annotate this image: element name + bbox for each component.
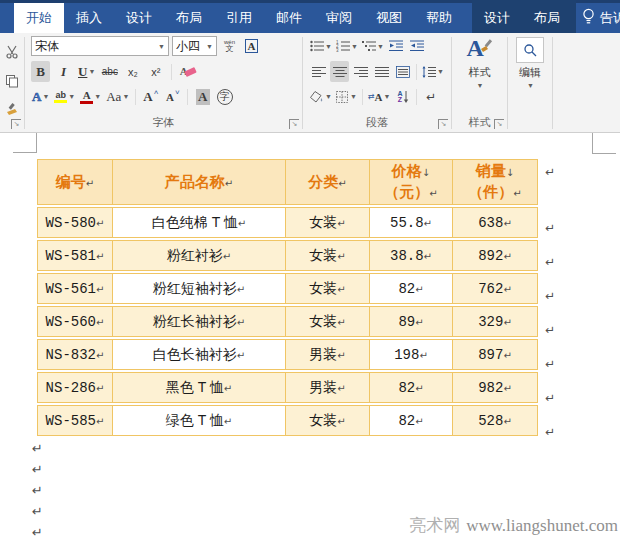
font-size-select[interactable]: 小四▼ bbox=[172, 36, 217, 56]
align-right-button[interactable] bbox=[351, 61, 370, 82]
table-cell[interactable]: 982↵ bbox=[453, 372, 538, 403]
table-cell[interactable]: 男装↵ bbox=[286, 372, 370, 403]
font-name-select[interactable]: 宋体▼ bbox=[31, 36, 169, 56]
line-spacing-button[interactable]: ▼ bbox=[421, 61, 445, 82]
table-cell[interactable]: NS-286↵ bbox=[37, 372, 113, 403]
table-cell[interactable]: 897↵ bbox=[453, 339, 538, 370]
editing-button[interactable]: 编辑 ▼ bbox=[508, 37, 552, 89]
cut-button[interactable] bbox=[3, 41, 22, 62]
tab-审阅[interactable]: 审阅 bbox=[314, 3, 364, 33]
tab-设计[interactable]: 设计 bbox=[114, 3, 164, 33]
table-cell[interactable]: 白色纯棉 T 恤↵ bbox=[113, 207, 286, 238]
header-cell[interactable]: 产品名称↵ bbox=[113, 159, 286, 205]
italic-button[interactable]: I bbox=[54, 61, 73, 82]
underline-button[interactable]: U▼ bbox=[77, 61, 96, 82]
header-cell[interactable]: 价格↓（元）↵ bbox=[370, 159, 453, 205]
numbering-button[interactable]: 123▼ bbox=[335, 36, 359, 57]
tab-帮助[interactable]: 帮助 bbox=[414, 3, 464, 33]
align-center-button[interactable] bbox=[330, 61, 349, 82]
table-cell[interactable]: NS-832↵ bbox=[37, 339, 113, 370]
tab-视图[interactable]: 视图 bbox=[364, 3, 414, 33]
table-cell[interactable]: 黑色 T 恤↵ bbox=[113, 372, 286, 403]
enclose-characters-button[interactable]: 字 bbox=[215, 86, 234, 107]
line-spacing-icon bbox=[422, 66, 436, 78]
asian-layout-button[interactable]: ⇄A▼ bbox=[367, 86, 392, 107]
bold-button[interactable]: B bbox=[31, 61, 50, 82]
tab-引用[interactable]: 引用 bbox=[214, 3, 264, 33]
justify-button[interactable] bbox=[372, 61, 391, 82]
table-cell[interactable]: 女装↵ bbox=[286, 240, 370, 271]
table-cell[interactable]: 粉红长袖衬衫↵ bbox=[113, 306, 286, 337]
header-cell[interactable]: 销量↓（件）↵ bbox=[453, 159, 538, 205]
chevron-down-icon: ▼ bbox=[158, 43, 165, 50]
change-case-button[interactable]: Aa▼ bbox=[105, 86, 130, 107]
shrink-font-button[interactable]: A˅ bbox=[163, 86, 182, 107]
table-cell[interactable]: WS-561↵ bbox=[37, 273, 113, 304]
table-cell[interactable]: 女装↵ bbox=[286, 405, 370, 436]
contextual-tab-设计[interactable]: 设计 bbox=[472, 3, 522, 33]
strikethrough-button[interactable]: abc bbox=[100, 61, 119, 82]
phonetic-guide-button[interactable]: wén 文 bbox=[220, 36, 239, 57]
table-cell[interactable]: WS-585↵ bbox=[37, 405, 113, 436]
table-cell[interactable]: 89↵ bbox=[370, 306, 453, 337]
font-color-button[interactable]: A▼ bbox=[79, 86, 102, 107]
clipboard-dialog-launcher-icon[interactable]: ↘ bbox=[11, 119, 21, 129]
sort-button[interactable]: AZ bbox=[393, 86, 412, 107]
distribute-button[interactable] bbox=[393, 61, 412, 82]
table-cell[interactable]: 762↵ bbox=[453, 273, 538, 304]
character-border-button[interactable]: A bbox=[242, 36, 261, 57]
table-cell[interactable]: 男装↵ bbox=[286, 339, 370, 370]
multilevel-list-button[interactable]: ▼ bbox=[361, 36, 385, 57]
table-cell[interactable]: 82↵ bbox=[370, 273, 453, 304]
show-hide-marks-button[interactable]: ↵ bbox=[421, 86, 440, 107]
table-cell[interactable]: 粉红衬衫↵ bbox=[113, 240, 286, 271]
shading-button[interactable]: ▼ bbox=[309, 86, 333, 107]
format-painter-button[interactable] bbox=[3, 99, 22, 120]
tell-me-button[interactable]: 告诉 bbox=[582, 3, 620, 33]
character-shading-button[interactable]: A bbox=[193, 86, 212, 107]
borders-button[interactable]: ▼ bbox=[335, 86, 358, 107]
superscript-button[interactable]: x² bbox=[146, 61, 165, 82]
copy-button[interactable] bbox=[3, 70, 22, 91]
table-cell[interactable]: 女装↵ bbox=[286, 207, 370, 238]
table-cell[interactable]: 粉红短袖衬衫↵ bbox=[113, 273, 286, 304]
decrease-indent-button[interactable] bbox=[387, 36, 406, 57]
tab-插入[interactable]: 插入 bbox=[64, 3, 114, 33]
align-left-button[interactable] bbox=[309, 61, 328, 82]
subscript-button[interactable]: x₂ bbox=[123, 61, 142, 82]
table-cell[interactable]: 892↵ bbox=[453, 240, 538, 271]
table-cell[interactable]: 329↵ bbox=[453, 306, 538, 337]
clear-formatting-button[interactable]: A bbox=[178, 61, 197, 82]
table-cell[interactable]: 女装↵ bbox=[286, 273, 370, 304]
grow-font-button[interactable]: A˄ bbox=[141, 86, 160, 107]
table-cell[interactable]: 55.8↵ bbox=[370, 207, 453, 238]
paragraph-dialog-launcher-icon[interactable]: ↘ bbox=[438, 119, 448, 129]
styles-dialog-launcher-icon[interactable]: ↘ bbox=[494, 119, 504, 129]
table-cell[interactable]: 绿色 T 恤↵ bbox=[113, 405, 286, 436]
table-cell[interactable]: 女装↵ bbox=[286, 306, 370, 337]
table-cell[interactable]: 198↵ bbox=[370, 339, 453, 370]
text-highlight-button[interactable]: ab▼ bbox=[53, 86, 76, 107]
table-cell[interactable]: 82↵ bbox=[370, 372, 453, 403]
header-cell[interactable]: 分类↵ bbox=[286, 159, 370, 205]
document-page[interactable]: 编号↵产品名称↵分类↵价格↓（元）↵销量↓（件）↵ WS-580↵白色纯棉 T … bbox=[0, 133, 620, 540]
table-cell[interactable]: 38.8↵ bbox=[370, 240, 453, 271]
contextual-tab-布局[interactable]: 布局 bbox=[522, 3, 572, 33]
table-cell[interactable]: 82↵ bbox=[370, 405, 453, 436]
tab-开始[interactable]: 开始 bbox=[14, 3, 64, 33]
table-cell[interactable]: WS-581↵ bbox=[37, 240, 113, 271]
table-cell[interactable]: WS-580↵ bbox=[37, 207, 113, 238]
tab-布局[interactable]: 布局 bbox=[164, 3, 214, 33]
increase-indent-button[interactable] bbox=[408, 36, 427, 57]
font-dialog-launcher-icon[interactable]: ↘ bbox=[289, 119, 299, 129]
tab-邮件[interactable]: 邮件 bbox=[264, 3, 314, 33]
table-cell[interactable]: 白色长袖衬衫↵ bbox=[113, 339, 286, 370]
table-cell[interactable]: WS-560↵ bbox=[37, 306, 113, 337]
table-cell[interactable]: 528↵ bbox=[453, 405, 538, 436]
styles-button[interactable]: A 样式 ▼ bbox=[452, 37, 507, 89]
header-cell[interactable]: 编号↵ bbox=[37, 159, 113, 205]
text-effects-button[interactable]: A▼ bbox=[31, 86, 50, 107]
paragraph-group: ▼ 123▼ ▼ ▼ ▼ ▼ bbox=[303, 33, 451, 132]
table-cell[interactable]: 638↵ bbox=[453, 207, 538, 238]
bullets-button[interactable]: ▼ bbox=[309, 36, 333, 57]
